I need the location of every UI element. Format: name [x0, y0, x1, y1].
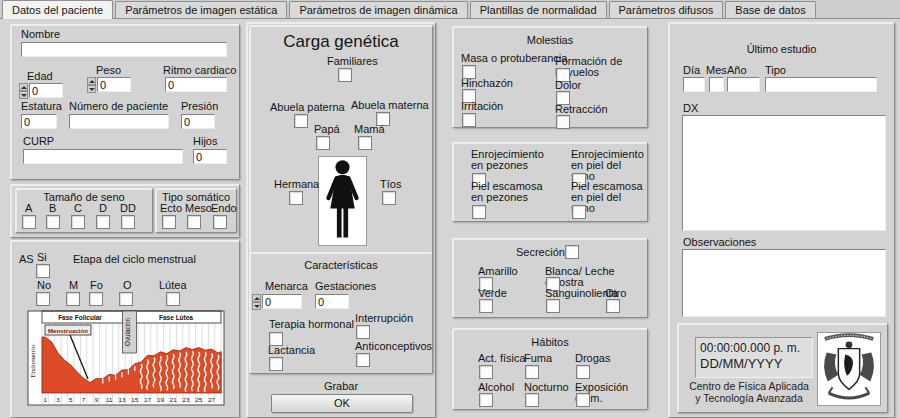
anticonceptivos-checkbox[interactable]: [356, 353, 370, 367]
no-label: No: [37, 280, 51, 291]
gestaciones-label: Gestaciones: [315, 281, 376, 292]
tab-bar: Datos del paciente Parámetros de imagen …: [0, 0, 900, 19]
spinner-up-icon[interactable]: [19, 83, 28, 91]
escamosa-pezones-checkbox[interactable]: [472, 205, 486, 219]
otro-checkbox[interactable]: [606, 299, 620, 313]
size-dd-checkbox[interactable]: [121, 215, 135, 229]
terapia-hormonal-label: Terapia hormonal: [269, 319, 354, 330]
ano-input[interactable]: [727, 77, 760, 92]
spinner-up-icon[interactable]: [252, 294, 261, 302]
panel-piel: Enrojecimiento en pezones Enrojecimiento…: [452, 142, 648, 222]
spinner-down-icon[interactable]: [87, 85, 96, 93]
svg-text:13: 13: [119, 396, 126, 403]
stage-fo-checkbox[interactable]: [89, 292, 103, 306]
sanguinolienta-checkbox[interactable]: [546, 299, 560, 313]
mama-checkbox[interactable]: [358, 136, 372, 150]
endo-checkbox[interactable]: [213, 215, 227, 229]
tab-datos-del-paciente[interactable]: Datos del paciente: [2, 0, 113, 19]
carga-genetica-title: Carga genética: [250, 32, 432, 52]
tios-checkbox[interactable]: [382, 191, 396, 205]
woman-icon: [320, 157, 365, 243]
stage-lutea-checkbox[interactable]: [166, 292, 180, 306]
meso-checkbox[interactable]: [187, 215, 201, 229]
estatura-input[interactable]: [21, 114, 57, 129]
curp-input[interactable]: [23, 149, 183, 164]
tipo-label: Tipo: [765, 65, 786, 76]
fuma-checkbox[interactable]: [525, 365, 539, 379]
act-fisica-label: Act. física: [478, 353, 526, 364]
gestaciones-input[interactable]: [315, 294, 349, 309]
peso-input[interactable]: [97, 77, 131, 92]
observaciones-label: Observaciones: [683, 237, 756, 248]
drogas-checkbox[interactable]: [576, 365, 590, 379]
abuela-paterna-checkbox[interactable]: [294, 114, 308, 128]
spinner-down-icon[interactable]: [19, 91, 28, 99]
ritmo-cardiaco-input[interactable]: [165, 77, 227, 92]
stage-m-label: M: [69, 280, 78, 291]
ecto-checkbox[interactable]: [162, 215, 176, 229]
nocturno-checkbox[interactable]: [525, 393, 539, 407]
tab-parametros-imagen-dinamica[interactable]: Parámetros de imagen dinámica: [289, 1, 467, 18]
menarca-input[interactable]: [262, 294, 302, 309]
edad-input[interactable]: [29, 83, 63, 98]
presion-input[interactable]: [181, 114, 215, 129]
irritacion-checkbox[interactable]: [462, 113, 476, 127]
alcohol-checkbox[interactable]: [479, 393, 493, 407]
edad-spinner[interactable]: [19, 83, 28, 99]
hermana-checkbox[interactable]: [289, 191, 303, 205]
dx-textarea[interactable]: [682, 115, 886, 231]
interrupcion-checkbox[interactable]: [356, 325, 370, 339]
tab-plantillas-normalidad[interactable]: Plantillas de normalidad: [470, 1, 607, 18]
size-a-checkbox[interactable]: [22, 215, 36, 229]
act-fisica-checkbox[interactable]: [479, 365, 493, 379]
svg-text:3: 3: [56, 396, 60, 403]
svg-text:Menstruación: Menstruación: [48, 327, 88, 334]
mes-input[interactable]: [709, 77, 724, 92]
si-label: Si: [37, 252, 47, 263]
org-line1: Centro de Física Aplicada: [684, 380, 814, 392]
nombre-input[interactable]: [21, 42, 227, 57]
tab-parametros-imagen-estatica[interactable]: Parámetros de imagen estática: [115, 1, 287, 18]
stage-m-checkbox[interactable]: [66, 292, 80, 306]
tab-base-de-datos[interactable]: Base de datos: [725, 1, 815, 18]
dia-input[interactable]: [683, 77, 705, 92]
svg-text:5: 5: [69, 396, 73, 403]
tab-parametros-difusos[interactable]: Parámetros difusos: [609, 1, 724, 18]
familiares-checkbox[interactable]: [338, 68, 352, 82]
svg-text:1: 1: [43, 396, 47, 403]
stage-o-checkbox[interactable]: [119, 292, 133, 306]
retraccion-checkbox[interactable]: [556, 115, 570, 129]
tios-label: Tíos: [380, 179, 401, 190]
verde-checkbox[interactable]: [479, 299, 493, 313]
verde-label: Verde: [478, 288, 507, 299]
spinner-up-icon[interactable]: [87, 77, 96, 85]
size-d-checkbox[interactable]: [96, 215, 110, 229]
no-checkbox[interactable]: [36, 292, 50, 306]
peso-spinner[interactable]: [87, 77, 96, 93]
lactancia-checkbox[interactable]: [269, 357, 283, 371]
masa-label: Masa o protuberancia: [461, 53, 567, 64]
molestias-title: Molestias: [453, 34, 647, 46]
anticonceptivos-label: Anticonceptivos: [355, 341, 432, 352]
ano-label: Año: [727, 65, 747, 76]
size-c-checkbox[interactable]: [71, 215, 85, 229]
ok-button[interactable]: OK: [271, 394, 413, 413]
abuela-paterna-label: Abuela paterna: [270, 102, 345, 113]
si-checkbox[interactable]: [36, 264, 50, 278]
mes-label: Mes: [706, 65, 727, 76]
size-b-label: B: [49, 203, 56, 214]
mama-label: Mamá: [354, 124, 385, 135]
size-b-checkbox[interactable]: [46, 215, 60, 229]
observaciones-textarea[interactable]: [682, 249, 886, 317]
exposicion-checkbox[interactable]: [576, 393, 590, 407]
escamosa-piel-checkbox[interactable]: [572, 205, 586, 219]
numero-paciente-input[interactable]: [69, 114, 169, 129]
hijos-input[interactable]: [193, 149, 227, 164]
tipo-input[interactable]: [765, 77, 877, 92]
papa-checkbox[interactable]: [316, 136, 330, 150]
menarca-spinner[interactable]: [252, 294, 261, 310]
presion-label: Presión: [181, 101, 218, 112]
secrecion-checkbox[interactable]: [565, 245, 579, 259]
svg-text:Fase Lútea: Fase Lútea: [159, 314, 193, 321]
spinner-down-icon[interactable]: [252, 302, 261, 310]
